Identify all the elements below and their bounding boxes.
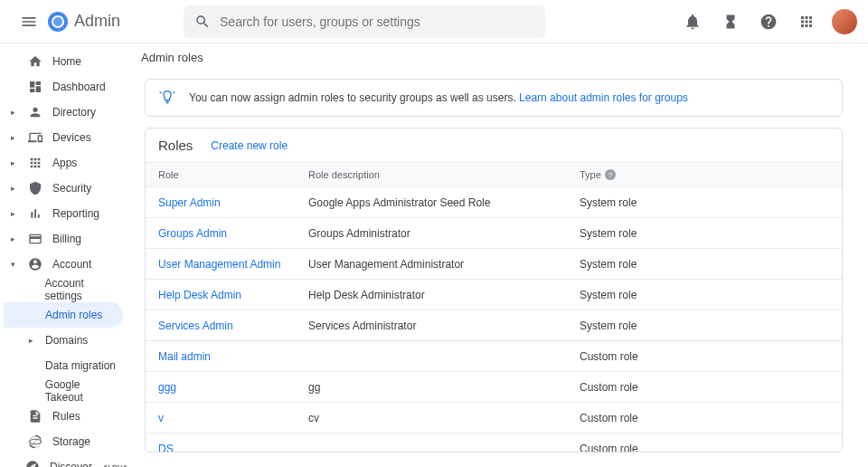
nav-label: Apps: [52, 157, 77, 169]
type-help-icon[interactable]: ?: [605, 169, 616, 180]
roles-card: Roles Create new role Role Role descript…: [145, 128, 843, 453]
sidebar-item-google-takeout[interactable]: ▸Google Takeout: [4, 378, 123, 404]
role-name-link[interactable]: Super Admin: [146, 196, 308, 209]
app-name: Admin: [74, 12, 120, 31]
nav-label: Rules: [52, 410, 80, 423]
role-type: System role: [580, 227, 842, 240]
sidebar-item-rules[interactable]: ▸Rules: [4, 404, 123, 429]
col-role[interactable]: Role: [146, 169, 308, 180]
nav-label: Security: [52, 182, 91, 195]
role-name-link[interactable]: Groups Admin: [146, 227, 308, 240]
role-name-link[interactable]: v: [146, 412, 308, 424]
nav-label: Google Takeout: [45, 378, 119, 404]
role-name-link[interactable]: ggg: [146, 381, 308, 394]
nav-label: Account: [52, 258, 91, 271]
hamburger-icon: [20, 13, 38, 31]
home-icon: [27, 53, 43, 70]
main-content: Admin roles You can now assign admin rol…: [127, 43, 868, 467]
sidebar-item-discover[interactable]: ▸DiscoverALPHA: [4, 454, 123, 467]
help-icon: [760, 13, 778, 31]
nav-label: Dashboard: [52, 81, 106, 93]
chevron-icon: ▸: [11, 108, 18, 117]
main-menu-button[interactable]: [11, 4, 47, 40]
banner-text: You can now assign admin roles to securi…: [189, 91, 516, 104]
header: Admin: [0, 0, 868, 43]
sidebar-item-apps[interactable]: ▸Apps: [4, 150, 123, 176]
sidebar-item-storage[interactable]: ▸Storage: [4, 429, 123, 454]
sidebar-item-account[interactable]: ▾Account: [4, 252, 123, 277]
role-description: Services Administrator: [308, 319, 580, 332]
table-row[interactable]: User Management AdminUser Management Adm…: [146, 249, 842, 280]
sidebar-item-data-migration[interactable]: ▸Data migration: [4, 353, 123, 378]
table-row[interactable]: vcvCustom role: [146, 403, 842, 434]
table-header-row: Role Role description Type ?: [146, 162, 842, 187]
sidebar-item-billing[interactable]: ▸Billing: [4, 226, 123, 252]
storage-icon: [27, 434, 43, 450]
col-description[interactable]: Role description: [308, 169, 580, 180]
create-role-button[interactable]: Create new role: [211, 139, 288, 152]
table-row[interactable]: Services AdminServices AdministratorSyst…: [146, 310, 842, 341]
account-avatar[interactable]: [832, 9, 857, 34]
search-bar[interactable]: [184, 5, 545, 38]
tip-icon: [158, 89, 176, 107]
table-row[interactable]: DSCustom role: [146, 434, 842, 453]
apps-launcher-button[interactable]: [790, 5, 823, 38]
role-description: Google Apps Administrator Seed Role: [308, 196, 580, 209]
role-name-link[interactable]: DS: [146, 443, 308, 453]
sidebar-item-domains[interactable]: ▸Domains: [4, 328, 123, 353]
table-row[interactable]: Mail adminCustom role: [146, 341, 842, 372]
role-type: System role: [580, 319, 842, 332]
role-description: cv: [308, 412, 580, 424]
chevron-icon: ▸: [11, 184, 18, 193]
chevron-icon: ▸: [11, 209, 18, 218]
card-title: Roles: [158, 138, 193, 153]
notifications-button[interactable]: [676, 5, 709, 38]
discover-icon: [24, 459, 41, 467]
tasks-button[interactable]: [714, 5, 747, 38]
breadcrumb: Admin roles: [127, 43, 861, 71]
banner-learn-link[interactable]: Learn about admin roles for groups: [519, 91, 688, 104]
nav-label: Directory: [52, 106, 96, 119]
sidebar-item-dashboard[interactable]: ▸Dashboard: [4, 74, 123, 100]
role-name-link[interactable]: Mail admin: [146, 350, 308, 363]
sidebar-item-directory[interactable]: ▸Directory: [4, 100, 123, 125]
apps-grid-icon: [798, 14, 815, 30]
help-button[interactable]: [752, 5, 785, 38]
dashboard-icon: [27, 79, 43, 95]
logo-area[interactable]: Admin: [47, 11, 120, 33]
sidebar-item-reporting[interactable]: ▸Reporting: [4, 201, 123, 226]
alpha-badge: ALPHA: [103, 463, 128, 468]
nav-label: Discover: [50, 461, 92, 467]
table-row[interactable]: gggggCustom role: [146, 372, 842, 403]
sidebar-item-devices[interactable]: ▸Devices: [4, 125, 123, 150]
role-description: Groups Administrator: [308, 227, 580, 240]
account-icon: [27, 256, 43, 272]
role-name-link[interactable]: Services Admin: [146, 319, 308, 332]
nav-label: Domains: [45, 334, 88, 347]
search-icon: [194, 14, 211, 30]
table-row[interactable]: Super AdminGoogle Apps Administrator See…: [146, 187, 842, 218]
chevron-icon: ▸: [11, 133, 18, 142]
nav-label: Account settings: [45, 277, 120, 302]
role-type: Custom role: [580, 350, 842, 363]
nav-label: Data migration: [45, 359, 116, 372]
sidebar-item-security[interactable]: ▸Security: [4, 176, 123, 201]
rules-icon: [27, 408, 43, 424]
directory-icon: [27, 104, 43, 120]
table-row[interactable]: Help Desk AdminHelp Desk AdministratorSy…: [146, 280, 842, 310]
sidebar-item-account-settings[interactable]: ▸Account settings: [4, 277, 123, 302]
chevron-icon: ▾: [11, 260, 18, 269]
svg-point-2: [53, 17, 62, 26]
sidebar: ▸Home▸Dashboard▸Directory▸Devices▸Apps▸S…: [0, 43, 127, 467]
role-name-link[interactable]: User Management Admin: [146, 258, 308, 271]
role-name-link[interactable]: Help Desk Admin: [146, 289, 308, 301]
header-actions: [676, 5, 857, 38]
table-row[interactable]: Groups AdminGroups AdministratorSystem r…: [146, 218, 842, 249]
sidebar-item-admin-roles[interactable]: ▸Admin roles: [4, 302, 123, 328]
sidebar-item-home[interactable]: ▸Home: [4, 49, 123, 74]
col-type[interactable]: Type ?: [580, 169, 842, 180]
svg-line-7: [174, 91, 175, 93]
search-input[interactable]: [220, 14, 534, 29]
info-banner: You can now assign admin roles to securi…: [145, 79, 843, 117]
chevron-icon: ▸: [11, 234, 18, 243]
